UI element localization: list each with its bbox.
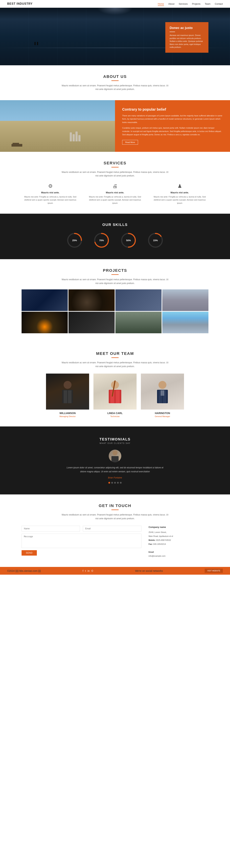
- test-dot-1[interactable]: [108, 482, 110, 484]
- footer-visit-button[interactable]: VISIT WEBSITE: [205, 569, 223, 573]
- project-img-3[interactable]: [116, 289, 162, 311]
- skills-section: OUR SKILLS 25% 70%: [0, 214, 230, 259]
- service-desc-3: Mauris nisi ante: Fringilla ac vehicula …: [151, 195, 208, 205]
- svg-point-22: [112, 451, 118, 456]
- team-description: Mauris vestibulum ac sem at ornare. Prae…: [61, 361, 169, 368]
- services-section: SERVICES Mauris vestibulum ac sem at orn…: [0, 152, 230, 214]
- hero-description: Aenean est maximus ipsum. Donec porttito…: [170, 34, 204, 49]
- contact-email-input[interactable]: [83, 526, 141, 531]
- contact-address: 25/40, Lorem Street, Main Road, Ipjullau…: [149, 530, 208, 558]
- service-item-2: 🖨 Mauris nisi ante. Mauris nisi ante: Fr…: [86, 183, 144, 205]
- team-photo-linda: [93, 374, 137, 409]
- team-section: MEET OUR TEAM Mauris vestibulum ac sem a…: [0, 342, 230, 427]
- contrary-image: [0, 100, 115, 152]
- mobile-label: Mobile:: [149, 539, 156, 541]
- nav-services[interactable]: Services: [179, 2, 188, 5]
- contrary-content: Contrary to popular belief There are man…: [115, 100, 230, 152]
- test-dot-2[interactable]: [111, 482, 113, 484]
- contact-name-input[interactable]: [22, 526, 80, 531]
- team-member-name-linda: LINDA CARL: [93, 412, 137, 414]
- project-img-2[interactable]: [68, 289, 114, 311]
- contact-info: Company name 25/40, Lorem Street, Main R…: [149, 526, 208, 558]
- skills-title: OUR SKILLS: [22, 223, 208, 227]
- test-dot-3[interactable]: [114, 482, 116, 484]
- mobile-value: 0025-896743532: [156, 539, 171, 541]
- hero-callout-box: Donec ac justo Aenean est maximus ipsum.…: [165, 22, 208, 53]
- email-label: Email: [149, 551, 154, 553]
- svg-point-8: [64, 381, 71, 389]
- team-grid: WILLIAMSON Managing Director LINDA CARL …: [22, 374, 208, 417]
- svg-rect-15: [116, 390, 120, 403]
- footer: ©2024 ||||| bbs.xieniao.com |||| f t in …: [0, 567, 230, 575]
- contact-send-button[interactable]: SEND: [22, 550, 37, 556]
- nav-about[interactable]: About: [168, 2, 174, 5]
- test-dot-5[interactable]: [120, 482, 122, 484]
- project-img-1[interactable]: [22, 289, 68, 311]
- service-title-2: Mauris nisi ante.: [86, 191, 144, 194]
- testimonials-section: TESTIMONIALS WHAT OUR CLIENTS SAY Lorem …: [0, 427, 230, 494]
- email-value: info@example.com: [149, 555, 165, 557]
- contact-form: SEND: [22, 526, 141, 558]
- nav-team[interactable]: Team: [205, 2, 210, 5]
- fax-value: 040-16543214: [153, 543, 166, 545]
- nav-links: Home About Services Projects Team Contac…: [158, 2, 223, 5]
- footer-twitter-link[interactable]: t: [85, 569, 86, 572]
- service-item-3: ♟ Mauris nisi ante. Mauris nisi ante: Fr…: [151, 183, 208, 205]
- team-member-name-williamson: WILLIAMSON: [46, 412, 89, 414]
- testimonials-avatar: [109, 450, 121, 462]
- svg-rect-23: [111, 456, 119, 462]
- footer-social-text: We're on social networks: [135, 569, 163, 572]
- testimonials-title: TESTIMONIALS: [22, 437, 208, 441]
- address-line2: Main Road, Ipjullautum et el: [149, 535, 173, 537]
- service-icon-2: 🖨: [86, 183, 144, 189]
- service-item-1: ⚙ Mauris nisi ante. Mauris nisi ante: Fr…: [22, 183, 79, 205]
- about-section: ABOUT US Mauris vestibulum ac sem at orn…: [0, 65, 230, 100]
- service-title-1: Mauris nisi ante.: [22, 191, 79, 194]
- contrary-para2: Curabitur justo neque, pretium vel metus…: [122, 126, 223, 136]
- about-description: Mauris vestibulum ac sem at ornare. Prae…: [61, 84, 169, 91]
- fax-label: Fax:: [149, 543, 153, 545]
- contrary-section: Contrary to popular belief There are man…: [0, 100, 230, 152]
- svg-rect-10: [64, 390, 67, 403]
- contrary-scene: [0, 100, 115, 152]
- footer-youtube-link[interactable]: ©: [92, 569, 93, 572]
- services-description: Mauris vestibulum ac sem at ornare. Prae…: [61, 170, 169, 178]
- services-grid: ⚙ Mauris nisi ante. Mauris nisi ante: Fr…: [22, 183, 208, 205]
- svg-rect-14: [110, 390, 114, 403]
- projects-description: Mauris vestibulum ac sem at ornare. Prae…: [61, 278, 169, 285]
- skill-label-2: 70%: [99, 239, 104, 242]
- footer-copyright: ©2024 ||||| bbs.xieniao.com ||||: [7, 569, 41, 572]
- services-title-underline: [111, 167, 119, 167]
- contact-inner: SEND Company name 25/40, Lorem Street, M…: [22, 526, 208, 558]
- testimonials-author: Brian Fontaine: [22, 476, 208, 479]
- nav-home[interactable]: Home: [158, 2, 164, 6]
- skill-item-4: 15%: [147, 232, 164, 250]
- service-title-3: Mauris nisi ante.: [151, 191, 208, 194]
- company-name-label: Company name: [149, 526, 208, 528]
- nav-contact[interactable]: Contact: [215, 2, 223, 5]
- team-card-linda: LINDA CARL Technician: [93, 374, 137, 417]
- skill-circle-2: 70%: [93, 232, 109, 248]
- nav-projects[interactable]: Projects: [192, 2, 200, 5]
- skill-circle-4: 15%: [147, 232, 164, 248]
- svg-point-17: [159, 381, 166, 389]
- contact-message-input[interactable]: [22, 534, 141, 548]
- skill-circle-1: 25%: [66, 232, 83, 248]
- hero-persons: [34, 42, 38, 45]
- projects-section: PROJECTS Mauris vestibulum ac sem at orn…: [0, 259, 230, 342]
- project-img-7[interactable]: [116, 312, 162, 333]
- about-title-underline: [111, 81, 119, 81]
- footer-instagram-link[interactable]: in: [88, 569, 90, 572]
- team-title-underline: [111, 358, 119, 358]
- project-img-8[interactable]: [162, 312, 208, 333]
- team-title: MEET OUR TEAM: [22, 351, 208, 356]
- person-silhouette-williamson: [60, 380, 75, 403]
- test-dot-4[interactable]: [117, 482, 119, 484]
- team-card-williamson: WILLIAMSON Managing Director: [46, 374, 89, 417]
- project-img-5[interactable]: [22, 312, 68, 333]
- project-img-4[interactable]: [162, 289, 208, 311]
- read-more-button[interactable]: Read More: [122, 140, 138, 145]
- contact-description: Mauris vestibulum ac sem at ornare. Prae…: [61, 513, 169, 520]
- footer-facebook-link[interactable]: f: [83, 569, 84, 572]
- project-img-6[interactable]: [68, 312, 114, 333]
